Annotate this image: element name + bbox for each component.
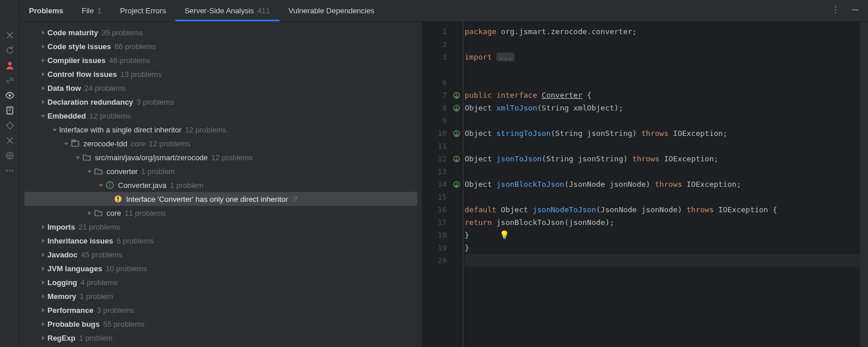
chevron-down-icon[interactable]: [73, 153, 82, 162]
chevron-right-icon[interactable]: [38, 264, 47, 273]
error-stripe[interactable]: [860, 22, 868, 347]
code-token: jsonBlockToJson(jsonNode);: [492, 218, 614, 227]
diamond-icon[interactable]: [5, 121, 14, 130]
tree-row-inspection[interactable]: Interface with a single direct inheritor…: [20, 123, 422, 136]
tree-row[interactable]: Javadoc45 problems: [20, 248, 422, 261]
svg-rect-16: [117, 197, 119, 200]
tree-row-finding[interactable]: Interface 'Converter' has only one direc…: [24, 192, 417, 206]
code-area[interactable]: package org.jsmart.zerocode.converter; i…: [463, 22, 860, 347]
chevron-right-icon[interactable]: [38, 305, 47, 315]
book-icon[interactable]: [5, 106, 14, 115]
tree-label: Imports: [47, 223, 75, 231]
chevron-right-icon[interactable]: [38, 236, 47, 245]
svg-rect-10: [852, 9, 859, 10]
globe-icon[interactable]: [5, 151, 14, 160]
tabs-right: [831, 0, 868, 21]
chevron-right-icon[interactable]: [38, 278, 47, 287]
tree-row[interactable]: Imports21 problems: [20, 220, 422, 234]
chevron-right-icon[interactable]: [38, 28, 47, 37]
tree-row[interactable]: Data flow24 problems: [20, 81, 422, 95]
tree-row[interactable]: Logging4 problems: [20, 275, 422, 289]
close2-icon[interactable]: [5, 136, 14, 145]
tree-row[interactable]: Memory1 problem: [20, 289, 422, 303]
lightbulb-icon[interactable]: 💡: [499, 228, 509, 241]
svg-point-6: [12, 170, 13, 172]
user-icon[interactable]: [5, 61, 14, 70]
implements-icon[interactable]: [450, 102, 463, 115]
tree-label: zerocode-tdd: [83, 139, 127, 148]
tree-count: 12 problems: [149, 139, 190, 148]
chevron-right-icon[interactable]: [38, 97, 47, 106]
code-token: }: [465, 243, 469, 252]
tree-row[interactable]: Control flow issues13 problems: [20, 67, 422, 81]
chevron-down-icon[interactable]: [38, 111, 47, 120]
tree-row-sibling[interactable]: core11 problems: [20, 206, 422, 220]
chevron-right-icon[interactable]: [38, 333, 47, 342]
chevron-down-icon[interactable]: [61, 139, 71, 148]
tree-row[interactable]: RegExp1 problem: [20, 331, 422, 345]
tree-count: 1 problem: [80, 292, 113, 301]
tree-row-embedded[interactable]: Embedded12 problems: [20, 109, 422, 123]
refresh-icon[interactable]: [5, 46, 14, 55]
kebab-icon[interactable]: [831, 5, 840, 16]
tree-row[interactable]: Code style issues66 problems: [20, 39, 422, 53]
tree-row-package[interactable]: src/main/java/org/jsmart/zerocode12 prob…: [20, 150, 422, 164]
chevron-right-icon[interactable]: [38, 69, 47, 79]
chevron-down-icon[interactable]: [96, 180, 105, 190]
tree-row-subpackage[interactable]: converter1 problem: [20, 164, 422, 178]
code-token: Object: [465, 154, 496, 163]
tree-label: Memory: [47, 292, 76, 301]
code-token: throws: [632, 154, 660, 163]
tree-count: 55 problems: [103, 320, 145, 328]
more-icon[interactable]: [5, 166, 14, 175]
tree-row-file[interactable]: IConverter.java1 problem: [20, 178, 422, 192]
tab-project-errors[interactable]: Project Errors: [111, 0, 175, 21]
tree-count: 4 problems: [80, 278, 117, 287]
implements-icon[interactable]: [450, 89, 463, 102]
tab-vuln-deps[interactable]: Vulnerable Dependencies: [279, 0, 384, 21]
problems-tree[interactable]: Code maturity35 problems Code style issu…: [20, 22, 422, 347]
tab-count: 411: [258, 6, 270, 15]
code-editor[interactable]: 1 2 3 6 7 8 9 10 11 12 13 14 15 16 17 1: [422, 22, 868, 347]
module-icon: [71, 139, 80, 148]
tree-row[interactable]: JVM languages10 problems: [20, 261, 422, 275]
tree-row[interactable]: Performance3 problems: [20, 303, 422, 317]
line-number: 3: [422, 51, 447, 64]
code-token: (String xmlObject);: [537, 104, 623, 112]
chevron-right-icon[interactable]: [38, 56, 47, 65]
chevron-right-icon[interactable]: [38, 42, 47, 51]
chevron-right-icon[interactable]: [38, 319, 47, 328]
tree-row[interactable]: Declaration redundancy3 problems: [20, 95, 422, 109]
eye-icon[interactable]: [5, 91, 14, 100]
code-token: Object: [465, 129, 496, 138]
chevron-right-icon[interactable]: [84, 208, 94, 217]
implements-icon[interactable]: [450, 127, 463, 140]
link-icon[interactable]: [5, 76, 14, 85]
chevron-right-icon[interactable]: [38, 291, 47, 301]
tree-label: Code style issues: [47, 42, 111, 51]
folder-icon: [94, 208, 103, 217]
tree-row[interactable]: Probable bugs55 problems: [20, 317, 422, 331]
tree-count: 12 problems: [89, 112, 131, 120]
close-icon[interactable]: [5, 31, 14, 40]
folder-icon: [82, 153, 91, 162]
chevron-down-icon[interactable]: [84, 167, 94, 176]
tab-problems[interactable]: Problems: [20, 0, 72, 21]
tree-row-module[interactable]: zerocode-tddcore12 problems: [20, 136, 422, 150]
chevron-right-icon[interactable]: [38, 83, 47, 93]
code-token: interface: [496, 91, 537, 99]
tab-server-analysis[interactable]: Server-Side Analysis411: [175, 0, 279, 21]
tree-row[interactable]: Inheritance issues6 problems: [20, 234, 422, 248]
chevron-right-icon[interactable]: [38, 222, 47, 231]
tree-row[interactable]: Code maturity35 problems: [20, 25, 422, 39]
line-number: 11: [422, 140, 447, 153]
line-number: 2: [422, 38, 447, 51]
implements-icon[interactable]: [450, 153, 463, 165]
minimize-icon[interactable]: [851, 5, 860, 16]
chevron-down-icon[interactable]: [50, 125, 59, 134]
implements-icon[interactable]: [450, 178, 463, 191]
tab-file[interactable]: File1: [72, 0, 111, 21]
fold-icon[interactable]: ...: [496, 53, 514, 61]
chevron-right-icon[interactable]: [38, 250, 47, 259]
tree-row[interactable]: Compiler issues46 problems: [20, 53, 422, 67]
